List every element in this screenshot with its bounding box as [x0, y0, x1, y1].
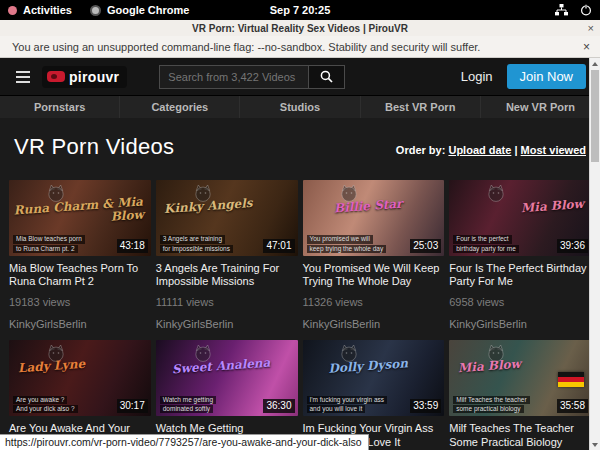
sandbox-warning-bar: You are using an unsupported command-lin…	[0, 36, 600, 58]
thumbnail-caption: Mia Blow teaches pornto Runa Charm pt. 2	[13, 235, 85, 253]
video-thumbnail[interactable]: Dolly Dyson I'm fucking your virgin assa…	[303, 340, 445, 416]
thumbnail-caption: Milf Teaches the teachersome practical b…	[453, 396, 529, 414]
video-studio-link[interactable]: KinkyGirlsBerlin	[9, 318, 151, 330]
duration-badge: 30:17	[117, 399, 148, 413]
video-card[interactable]: Mia Blow Milf Teaches the teachersome pr…	[449, 340, 591, 450]
thumbnail-caption: I'm fucking your virgin assand you will …	[307, 396, 388, 414]
video-card[interactable]: Runa Charm & Mia Blow Mia Blow teaches p…	[9, 180, 151, 330]
site-menu: PornstarsCategoriesStudiosBest VR PornNe…	[0, 95, 600, 118]
join-now-button[interactable]: Join Now	[507, 64, 586, 89]
search-input[interactable]	[159, 65, 309, 89]
order-upload-date-link[interactable]: Upload date	[448, 144, 511, 156]
video-thumbnail[interactable]: Lady Lyne Are you awake ?And your dick a…	[9, 340, 151, 416]
thumbnail-performer-name: Sweet Analena	[156, 356, 287, 378]
warning-close-icon[interactable]: ×	[583, 40, 590, 54]
duration-badge: 36:30	[263, 399, 294, 413]
duration-badge: 25:03	[410, 239, 441, 253]
video-studio-link[interactable]: KinkyGirlsBerlin	[156, 318, 298, 330]
tab-close-icon[interactable]: ×	[588, 22, 594, 34]
menu-item-pornstars[interactable]: Pornstars	[0, 96, 120, 118]
scrollbar-up-arrow[interactable]	[590, 58, 600, 69]
sandbox-warning-text: You are using an unsupported command-lin…	[12, 41, 480, 53]
thumbnail-caption: Are you awake ?And your dick also ?	[13, 396, 78, 414]
menu-item-best-vr-porn[interactable]: Best VR Porn	[361, 96, 481, 118]
video-views: 19183 views	[9, 296, 151, 308]
site-logo[interactable]: pirouvr	[42, 66, 127, 88]
network-icon[interactable]	[555, 4, 568, 16]
order-by-label: Order by:	[396, 144, 446, 156]
vr-goggles-icon	[47, 71, 65, 82]
order-most-viewed-link[interactable]: Most viewed	[521, 144, 586, 156]
thumbnail-caption: 3 Angels are trainingfor impossible miss…	[160, 235, 233, 253]
scrollbar-down-arrow[interactable]	[590, 439, 600, 450]
video-views: 11326 views	[303, 296, 445, 308]
system-clock[interactable]: Sep 7 20:25	[0, 4, 600, 16]
cat-mask-watermark-icon	[486, 183, 506, 203]
tab-title[interactable]: VR Porn: Virtual Reality Sex Videos | Pi…	[0, 23, 600, 34]
search-icon	[320, 70, 333, 83]
german-flag-icon	[558, 372, 584, 387]
duration-badge: 39:36	[557, 239, 588, 253]
video-thumbnail[interactable]: Billie Star You promised we willkeep try…	[303, 180, 445, 256]
site-navbar: pirouvr Login Join Now	[0, 58, 600, 95]
scrollbar-thumb[interactable]	[591, 70, 599, 162]
duration-badge: 33:59	[410, 399, 441, 413]
video-title[interactable]: Mia Blow Teaches Porn To Runa Charm Pt 2	[9, 262, 151, 288]
site-logo-text: pirouvr	[69, 69, 119, 85]
thumbnail-performer-name: Runa Charm & Mia Blow	[13, 195, 145, 229]
video-grid: Runa Charm & Mia Blow Mia Blow teaches p…	[9, 180, 591, 450]
video-thumbnail[interactable]: Runa Charm & Mia Blow Mia Blow teaches p…	[9, 180, 151, 256]
thumbnail-caption: You promised we willkeep trying the whol…	[307, 235, 387, 253]
thumbnail-performer-name: Lady Lyne	[17, 358, 85, 375]
order-by-controls: Order by: Upload date | Most viewed	[396, 144, 586, 156]
video-thumbnail[interactable]: Kinky Angels 3 Angels are trainingfor im…	[156, 180, 298, 256]
video-card[interactable]: Kinky Angels 3 Angels are trainingfor im…	[156, 180, 298, 330]
order-separator: |	[514, 144, 517, 156]
video-studio-link[interactable]: KinkyGirlsBerlin	[303, 318, 445, 330]
thumbnail-performer-name: Dolly Dyson	[303, 356, 434, 378]
thumbnail-performer-name: Billie Star	[303, 195, 434, 217]
search-button[interactable]	[309, 65, 345, 89]
browser-tab-strip: VR Porn: Virtual Reality Sex Videos | Pi…	[0, 20, 600, 36]
status-bar-url: https://pirouvr.com/vr-porn-video/779325…	[0, 434, 369, 450]
video-thumbnail[interactable]: Mia Blow Four is the perfectbirthday par…	[449, 180, 591, 256]
system-top-bar: Activities Google Chrome Sep 7 20:25	[0, 0, 600, 20]
hamburger-menu-icon[interactable]	[14, 67, 32, 87]
video-title[interactable]: Milf Teaches The Teacher Some Practical …	[449, 422, 591, 448]
duration-badge: 47:01	[263, 239, 294, 253]
page-content: VR Porn Videos Order by: Upload date | M…	[0, 118, 600, 450]
video-thumbnail[interactable]: Mia Blow Milf Teaches the teachersome pr…	[449, 340, 591, 416]
video-title[interactable]: Four Is The Perfect Birthday Party For M…	[449, 262, 591, 288]
duration-badge: 35:58	[557, 399, 588, 413]
video-card[interactable]: Mia Blow Four is the perfectbirthday par…	[449, 180, 591, 330]
menu-item-studios[interactable]: Studios	[240, 96, 360, 118]
browser-scrollbar[interactable]	[589, 58, 600, 450]
video-studio-link[interactable]: KinkyGirlsBerlin	[449, 318, 591, 330]
video-title[interactable]: 3 Angels Are Training For Impossible Mis…	[156, 262, 298, 288]
power-icon[interactable]	[580, 4, 592, 16]
thumbnail-caption: Four is the perfectbirthday party for me	[453, 235, 519, 253]
video-views: 6958 views	[449, 296, 591, 308]
video-thumbnail[interactable]: Sweet Analena Watch me gettingdominated …	[156, 340, 298, 416]
thumbnail-caption: Watch me gettingdominated softly	[160, 396, 216, 414]
menu-item-categories[interactable]: Categories	[120, 96, 240, 118]
duration-badge: 43:18	[117, 239, 148, 253]
video-card[interactable]: Billie Star You promised we willkeep try…	[303, 180, 445, 330]
thumbnail-performer-name: Kinky Angels	[164, 197, 253, 216]
menu-item-new-vr-porn[interactable]: New VR Porn	[481, 96, 600, 118]
video-views: 11111 views	[156, 296, 298, 308]
video-title[interactable]: You Promised We Will Keep Trying The Who…	[303, 262, 445, 288]
thumbnail-performer-name: Mia Blow	[521, 198, 585, 215]
thumbnail-performer-name: Mia Blow	[457, 358, 521, 375]
page-title: VR Porn Videos	[14, 134, 174, 160]
login-link[interactable]: Login	[461, 69, 493, 84]
